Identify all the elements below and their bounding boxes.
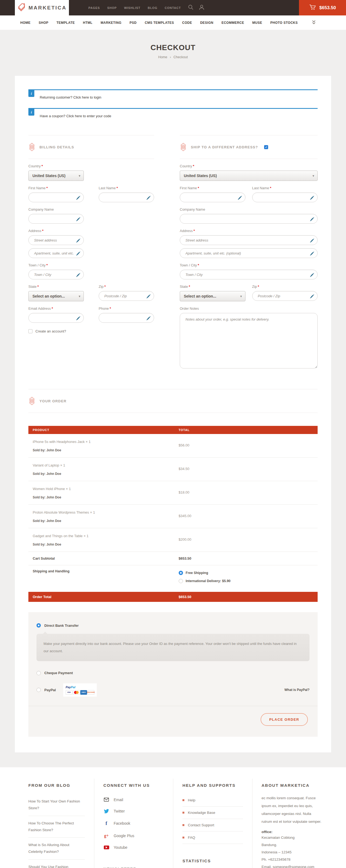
- amex-card-icon: AMEX: [80, 690, 87, 695]
- billing-street-input[interactable]: [29, 236, 83, 245]
- checkout-card: i Returning customer? Click here to logi…: [15, 76, 331, 752]
- layers-icon: [28, 143, 35, 151]
- billing-last-name-input[interactable]: [99, 193, 154, 202]
- top-nav-blog[interactable]: BLOG: [148, 6, 157, 9]
- billing-apartment-input[interactable]: [29, 249, 83, 258]
- login-link[interactable]: Click here to login: [73, 95, 101, 99]
- footer-connect-column: CONNECT WITH US Email Twitter f Facebook…: [94, 779, 173, 868]
- office-label: office:: [262, 830, 322, 834]
- help-link[interactable]: Knowladge Base: [182, 807, 243, 819]
- billing-first-name-input[interactable]: [29, 193, 83, 202]
- blog-link[interactable]: What is So Alluring About Celebrity Fash…: [28, 838, 85, 860]
- nav-marketing[interactable]: MARKETING: [101, 21, 122, 25]
- header-icons: [188, 0, 205, 16]
- statistics-title: STATISTICS: [182, 859, 243, 863]
- billing-company-input[interactable]: [29, 214, 83, 223]
- billing-phone-input[interactable]: [99, 313, 154, 322]
- footer-help-title: HELP AND SUPPORTS: [182, 783, 243, 787]
- shipping-street-input[interactable]: [180, 236, 317, 245]
- blog-link[interactable]: How To Choose The Perfect Fashion Store?: [28, 816, 85, 838]
- ship-different-checkbox[interactable]: ✓: [264, 145, 268, 149]
- billing-country-select[interactable]: United States (US)▾: [28, 170, 84, 181]
- nav-code[interactable]: CODE: [182, 21, 192, 25]
- radio-unselected-icon[interactable]: [179, 579, 183, 583]
- nav-cms-templates[interactable]: CMS TEMPLATES: [145, 21, 174, 25]
- coupon-link[interactable]: Click here to enter your code: [66, 114, 111, 118]
- top-nav-pages[interactable]: PAGES: [89, 6, 100, 9]
- shipping-town-input[interactable]: [180, 270, 317, 279]
- radio-selected-icon[interactable]: [179, 571, 183, 575]
- shipping-address-field: Address*: [180, 229, 318, 258]
- payment-bank-transfer[interactable]: Direct Bank Transfer: [36, 622, 310, 629]
- notice-text: Have a coupon?: [40, 114, 65, 118]
- order-notes-textarea[interactable]: [180, 313, 318, 369]
- billing-zip-field: Zip*: [99, 279, 154, 301]
- billing-state-select[interactable]: Select an option...▾: [28, 291, 84, 301]
- email-icon: [104, 798, 109, 802]
- social-youtube[interactable]: Youtube: [104, 842, 164, 853]
- cart-button[interactable]: $653.50: [299, 0, 346, 16]
- social-facebook[interactable]: f Facebook: [104, 817, 164, 830]
- help-link[interactable]: FAQ: [182, 832, 243, 844]
- order-table-header: PRODUCT TOTAL: [28, 426, 318, 434]
- shipping-apartment-input[interactable]: [180, 249, 317, 258]
- nav-photo-stocks[interactable]: PHOTO STOCKS: [270, 21, 298, 25]
- tag-logo-icon: [17, 3, 26, 13]
- nav-muse[interactable]: MUSE: [252, 21, 262, 25]
- search-icon[interactable]: [188, 4, 194, 11]
- radio-unselected-icon[interactable]: [36, 671, 41, 675]
- help-link[interactable]: Help: [182, 794, 243, 807]
- what-is-paypal-link[interactable]: What is PayPal?: [284, 688, 310, 692]
- product-total: $200.00: [179, 534, 313, 546]
- radio-selected-icon[interactable]: [36, 623, 41, 627]
- chevron-down-double-icon[interactable]: [312, 20, 316, 25]
- cart-subtotal-row: Cart Subtotal $653.50: [28, 552, 318, 565]
- shipping-option-international[interactable]: International Delivery: $5.90: [179, 579, 313, 583]
- youtube-icon: [104, 845, 109, 849]
- top-nav-contact[interactable]: CONTACT: [165, 6, 181, 9]
- top-nav-shop[interactable]: SHOP: [107, 6, 117, 9]
- top-nav-wishlist[interactable]: WISHLIST: [124, 6, 141, 9]
- shipping-option-free[interactable]: Free Shipping: [179, 571, 313, 575]
- billing-email-input[interactable]: [29, 313, 83, 322]
- shipping-section-header: SHIP TO A DIFFERENT ADDRESS? ✓: [180, 135, 318, 159]
- payment-paypal[interactable]: PayPal PayPal VISA MC AMEX DISCOVER What…: [36, 682, 310, 698]
- logo[interactable]: MARKETICA: [15, 0, 69, 16]
- breadcrumb-home[interactable]: Home: [158, 55, 167, 59]
- shipping-zip-input[interactable]: [252, 291, 318, 301]
- blog-link[interactable]: How To Start Your Own Fashion Store?: [28, 794, 85, 816]
- shipping-company-input[interactable]: [180, 214, 317, 223]
- shipping-town-field: Town / City*: [180, 263, 318, 279]
- nav-psd[interactable]: PSD: [130, 21, 137, 25]
- returning-customer-notice: i Returning customer? Click here to logi…: [28, 89, 318, 104]
- create-account-checkbox[interactable]: [28, 329, 32, 333]
- nav-template[interactable]: TEMPLATE: [57, 21, 75, 25]
- order-notes-field: Order Notes: [180, 307, 318, 370]
- nav-html[interactable]: HTML: [83, 21, 93, 25]
- payment-cheque[interactable]: Cheque Payment: [36, 669, 310, 677]
- nav-home[interactable]: HOME: [20, 21, 31, 25]
- social-google-plus[interactable]: g+ Google Plus: [104, 830, 164, 842]
- shipping-state-select[interactable]: Select an option...▾: [180, 291, 245, 301]
- billing-zip-input[interactable]: [99, 291, 154, 301]
- help-link[interactable]: Contact Support: [182, 819, 243, 832]
- place-order-button[interactable]: PLACE ORDER: [261, 713, 308, 726]
- payment-method-label: PayPal: [44, 688, 56, 692]
- caret-down-icon: ▾: [79, 294, 80, 298]
- shipping-last-name-input[interactable]: [252, 193, 318, 202]
- nav-shop[interactable]: SHOP: [39, 21, 48, 25]
- billing-town-input[interactable]: [29, 270, 83, 279]
- caret-down-icon: ▾: [240, 294, 242, 298]
- nav-ecommerce[interactable]: ECOMMERCE: [221, 21, 244, 25]
- shipping-country-select[interactable]: United States (US)▾: [180, 170, 318, 181]
- product-column-header: PRODUCT: [33, 428, 179, 432]
- nav-design[interactable]: DESIGN: [200, 21, 213, 25]
- shipping-first-name-input[interactable]: [180, 193, 245, 202]
- footer-blog-column: FROM OUR BLOG How To Start Your Own Fash…: [15, 779, 94, 868]
- blog-link[interactable]: Should You Use Fashion Consultant Servic…: [28, 860, 85, 868]
- social-twitter[interactable]: Twitter: [104, 805, 164, 817]
- social-email[interactable]: Email: [104, 794, 164, 805]
- radio-unselected-icon[interactable]: [36, 688, 41, 692]
- billing-email-field: Email Address*: [28, 301, 84, 323]
- user-account-icon[interactable]: [199, 4, 205, 11]
